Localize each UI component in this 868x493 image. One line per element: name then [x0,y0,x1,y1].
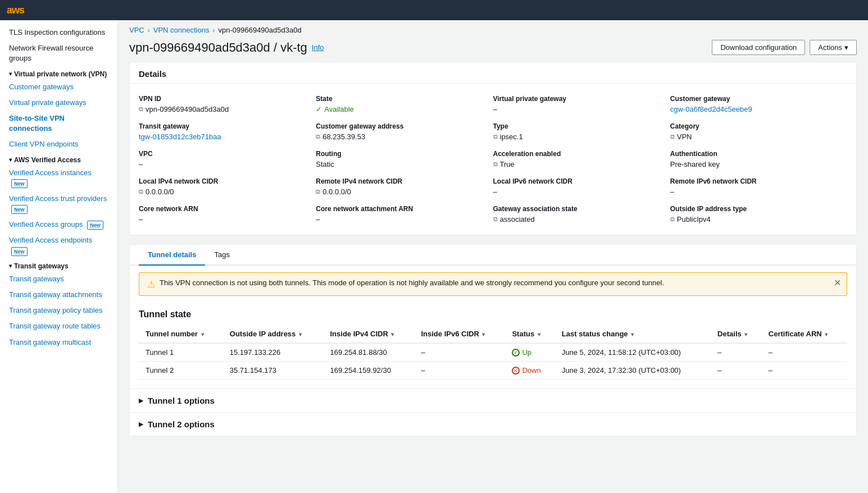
state-text: Available [324,105,354,113]
warning-icon: ⚠ [147,279,155,290]
new-badge-endpoints: New [11,247,28,256]
actions-button[interactable]: Actions ▾ [810,40,857,55]
tab-tunnel-details[interactable]: Tunnel details [139,245,205,266]
sidebar-section-verified-access[interactable]: ▾ AWS Verified Access [0,153,117,165]
sidebar-item-transit-policy[interactable]: Transit gateway policy tables [0,303,117,318]
col-inside-ipv4[interactable]: Inside IPv4 CIDR ▾ [323,325,414,343]
detail-core-network-arn: Core network ARN – [139,200,316,228]
detail-type-value: ⧉ ipsec.1 [493,133,664,141]
page-title-text: vpn-099669490ad5d3a0d / vk-tg [129,40,307,55]
tunnel-state-section: Tunnel state Tunnel number ▾ Outside IP … [130,303,856,389]
cell-details: – [711,343,762,362]
sidebar-section-transit-gateways[interactable]: ▾ Transit gateways [0,259,117,271]
breadcrumb-vpc[interactable]: VPC [129,26,144,34]
col-inside-ipv6[interactable]: Inside IPv6 CIDR ▾ [414,325,505,343]
sidebar-item-verified-instances[interactable]: Verified Access instances New [0,165,117,191]
col-details[interactable]: Details ▾ [711,325,762,343]
copy-icon-gw-assoc[interactable]: ⧉ [493,216,498,223]
sidebar-section-vpn[interactable]: ▾ Virtual private network (VPN) [0,67,117,79]
cell-cert-arn: – [762,362,847,380]
tunnel2-options-section[interactable]: ▶ Tunnel 2 options [130,412,856,436]
tab-tags[interactable]: Tags [205,245,238,266]
col-inside-ipv4-label: Inside IPv4 CIDR [330,330,388,338]
detail-remote-ipv4-value: ⧉ 0.0.0.0/0 [316,188,486,196]
detail-customer-gateway: Customer gateway cgw-0a6f8ed2d4c5eebe9 [670,90,847,118]
topbar: aws [0,0,868,20]
table-row: Tunnel 1 15.197.133.226 169.254.81.88/30… [139,343,847,362]
detail-local-ipv4-label: Local IPv4 network CIDR [139,177,309,185]
detail-remote-ipv6-label: Remote IPv6 network CIDR [670,177,840,185]
status-up: ✓Up [512,348,548,357]
copy-icon-type[interactable]: ⧉ [493,133,498,140]
detail-remote-ipv6-value: – [670,188,840,196]
expand-icon-tunnel2: ▶ [139,421,143,428]
copy-icon-accel[interactable]: ⧉ [493,161,498,168]
sidebar-item-verified-endpoints[interactable]: Verified Access endpoints New [0,232,117,258]
tgw-link[interactable]: tgw-01853d12c3eb71baa [139,133,221,141]
auth-text: Pre-shared key [670,160,720,168]
detail-cgw-label: Customer gateway [670,95,840,103]
breadcrumb-sep-1: › [148,26,150,34]
sidebar-item-virtual-private-gateways[interactable]: Virtual private gateways [0,95,117,111]
tunnel-table-header: Tunnel number ▾ Outside IP address ▾ Ins… [139,325,847,343]
col-cert-arn-label: Certificate ARN [769,330,822,338]
download-config-button[interactable]: Download configuration [712,40,805,55]
detail-vpc: VPC – [139,145,316,173]
copy-icon-vpn-id[interactable]: ⧉ [139,106,143,113]
tunnel1-options-section[interactable]: ▶ Tunnel 1 options [130,389,856,412]
info-link[interactable]: Info [312,43,324,52]
sort-icon-cert: ▾ [825,331,828,337]
detail-state-value: ✓ Available [316,105,486,113]
copy-icon-cgw[interactable]: ⧉ [316,133,320,140]
detail-category-label: Category [670,122,840,130]
detail-remote-ipv4: Remote IPv4 network CIDR ⧉ 0.0.0.0/0 [316,173,493,200]
new-badge-instances: New [11,179,28,188]
col-tunnel-number[interactable]: Tunnel number ▾ [139,325,223,343]
sidebar-item-verified-groups[interactable]: Verified Access groups New [0,217,117,232]
cgw-link[interactable]: cgw-0a6f8ed2d4c5eebe9 [670,105,752,113]
sidebar-item-transit-attachments[interactable]: Transit gateway attachments [0,287,117,303]
sidebar-item-tls[interactable]: TLS Inspection configurations [0,25,117,40]
col-outside-ip[interactable]: Outside IP address ▾ [223,325,324,343]
copy-icon-local-ipv4[interactable]: ⧉ [139,188,143,195]
detail-core-attachment-arn: Core network attachment ARN – [316,200,493,228]
tabs-bar: Tunnel details Tags [130,245,856,266]
outside-ip-text: PublicIpv4 [677,215,711,223]
cell-outside-ip: 15.197.133.226 [223,343,324,362]
detail-type: Type ⧉ ipsec.1 [493,118,670,145]
sidebar-item-transit-gateways[interactable]: Transit gateways [0,271,117,287]
cell-last-status-change: June 3, 2024, 17:32:30 (UTC+03:00) [555,362,711,380]
sidebar-item-site-to-site[interactable]: Site-to-Site VPN connections [0,111,117,136]
sidebar-item-verified-trust[interactable]: Verified Access trust providers New [0,191,117,217]
cell-tunnel-number: Tunnel 2 [139,362,223,380]
status-down: ✕Down [512,366,548,375]
copy-icon-outside-ip[interactable]: ⧉ [670,216,675,223]
sidebar-item-transit-route[interactable]: Transit gateway route tables [0,318,117,334]
detail-tgw-value: tgw-01853d12c3eb71baa [139,133,309,141]
detail-outside-ip-type: Outside IP address type ⧉ PublicIpv4 [670,200,847,228]
detail-auth-label: Authentication [670,150,840,158]
detail-routing: Routing Static [316,145,493,173]
detail-core-attach-value: – [316,215,486,223]
tunnel-table-header-row: Tunnel number ▾ Outside IP address ▾ Ins… [139,325,847,343]
breadcrumb-vpn-connections[interactable]: VPN connections [153,26,210,34]
col-status[interactable]: Status ▾ [505,325,555,343]
copy-icon-category[interactable]: ⧉ [670,133,675,140]
vpn-id-text: vpn-099669490ad5d3a0d [146,105,229,113]
col-last-status[interactable]: Last status change ▾ [555,325,711,343]
detail-local-ipv4-value: ⧉ 0.0.0.0/0 [139,188,309,196]
sidebar-item-client-vpn[interactable]: Client VPN endpoints [0,136,117,152]
sidebar-item-network-firewall[interactable]: Network Firewall resource groups [0,40,117,66]
sidebar-item-transit-multicast[interactable]: Transit gateway multicast [0,335,117,350]
tunnel1-options-title: Tunnel 1 options [148,396,215,405]
sidebar-item-customer-gateways[interactable]: Customer gateways [0,79,117,95]
col-cert-arn[interactable]: Certificate ARN ▾ [762,325,847,343]
copy-icon-remote-ipv4[interactable]: ⧉ [316,188,320,195]
cell-outside-ip: 35.71.154.173 [223,362,324,380]
detail-gateway-assoc-state: Gateway association state ⧉ associated [493,200,670,228]
acceleration-text: True [500,160,515,168]
close-warning-button[interactable]: ✕ [834,277,841,288]
col-tunnel-number-label: Tunnel number [146,330,198,338]
breadcrumb: VPC › VPN connections › vpn-099669490ad5… [118,20,868,36]
sidebar: TLS Inspection configurations Network Fi… [0,20,118,493]
